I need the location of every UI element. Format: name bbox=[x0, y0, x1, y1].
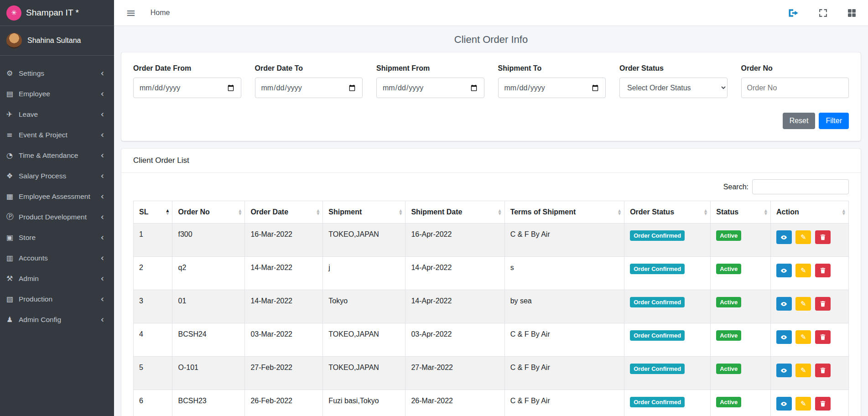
sidebar-item-product-development[interactable]: Ⓟ Product Development ‹ bbox=[0, 207, 114, 227]
column-header-sl[interactable]: SL▲▼ bbox=[134, 201, 172, 224]
view-button[interactable] bbox=[776, 364, 792, 377]
edit-button[interactable]: ✎ bbox=[795, 230, 811, 244]
edit-button[interactable]: ✎ bbox=[795, 330, 811, 344]
trash-icon bbox=[820, 234, 826, 240]
cell-actions: ✎ bbox=[770, 357, 848, 390]
table-row: 4 BCSH24 03-Mar-2022 TOKEO,JAPAN 03-Apr-… bbox=[134, 323, 849, 357]
topbar: ≡ Home bbox=[114, 0, 868, 26]
cell-shipment-date: 16-Apr-2022 bbox=[405, 224, 504, 257]
grid-icon bbox=[847, 9, 856, 17]
sidebar-item-label: Time & Attendance bbox=[19, 151, 100, 160]
cell-sl: 4 bbox=[134, 323, 172, 357]
trash-icon bbox=[820, 301, 826, 307]
brand-logo-icon: ✳ bbox=[6, 5, 21, 21]
filter-button[interactable]: Filter bbox=[819, 113, 849, 129]
sidebar-item-employee[interactable]: ▤ Employee ‹ bbox=[0, 83, 114, 104]
chevron-left-icon: ‹ bbox=[100, 213, 104, 221]
column-header-action[interactable]: Action▲▼ bbox=[770, 201, 848, 224]
sidebar-item-admin[interactable]: ⚒ Admin ‹ bbox=[0, 268, 114, 289]
pencil-icon: ✎ bbox=[800, 301, 806, 307]
edit-button[interactable]: ✎ bbox=[795, 397, 811, 411]
sidebar-toggle-button[interactable]: ≡ bbox=[126, 7, 136, 19]
sidebar-item-leave[interactable]: ✈ Leave ‹ bbox=[0, 104, 114, 125]
edit-button[interactable]: ✎ bbox=[795, 297, 811, 311]
cell-status: Active bbox=[711, 323, 771, 357]
user-panel[interactable]: Shahina Sultana bbox=[0, 26, 114, 56]
column-header-order-date[interactable]: Order Date▲▼ bbox=[245, 201, 323, 224]
delete-button[interactable] bbox=[815, 230, 831, 244]
content: Client Order Info Order Date From Order … bbox=[114, 26, 868, 416]
breadcrumb-home[interactable]: Home bbox=[151, 9, 170, 17]
sidebar-item-employee-assessment[interactable]: ▦ Employee Assessment ‹ bbox=[0, 186, 114, 207]
sort-icon: ▲▼ bbox=[618, 209, 621, 215]
status-badge: Active bbox=[716, 230, 741, 241]
cell-actions: ✎ bbox=[770, 257, 848, 290]
search-input[interactable] bbox=[752, 179, 849, 194]
column-header-shipment[interactable]: Shipment▲▼ bbox=[323, 201, 405, 224]
order-status-select[interactable]: Select Order Status bbox=[619, 78, 728, 98]
chevron-left-icon: ‹ bbox=[100, 172, 104, 180]
cell-order-status: Order Confirmed bbox=[624, 257, 711, 290]
brand-title: Shampan IT * bbox=[26, 8, 79, 18]
cell-actions: ✎ bbox=[770, 390, 848, 416]
delete-button[interactable] bbox=[815, 364, 831, 377]
column-header-terms-of-shipment[interactable]: Terms of Shipment▲▼ bbox=[504, 201, 624, 224]
grid-menu-button[interactable] bbox=[847, 9, 856, 17]
cell-order-status: Order Confirmed bbox=[624, 224, 711, 257]
sidebar-nav: ⚙ Settings ‹ ▤ Employee ‹ ✈ Leave ‹ ≡ Ev… bbox=[0, 56, 114, 330]
sidebar-item-label: Salary Process bbox=[19, 172, 100, 180]
edit-button[interactable]: ✎ bbox=[795, 364, 811, 377]
column-header-order-status[interactable]: Order Status▲▼ bbox=[624, 201, 711, 224]
cell-terms: by sea bbox=[504, 290, 624, 323]
order-date-to-input[interactable] bbox=[255, 78, 363, 98]
cell-sl: 3 bbox=[134, 290, 172, 323]
cell-shipment: j bbox=[323, 257, 405, 290]
table-row: 2 q2 14-Mar-2022 j 14-Apr-2022 s Order C… bbox=[134, 257, 849, 290]
view-button[interactable] bbox=[776, 297, 792, 311]
cell-terms: s bbox=[504, 257, 624, 290]
sidebar-item-event-project[interactable]: ≡ Event & Project ‹ bbox=[0, 125, 114, 145]
view-button[interactable] bbox=[776, 330, 792, 344]
delete-button[interactable] bbox=[815, 330, 831, 344]
column-header-order-no[interactable]: Order No▲▼ bbox=[172, 201, 245, 224]
column-header-status[interactable]: Status▲▼ bbox=[711, 201, 771, 224]
view-button[interactable] bbox=[776, 397, 792, 411]
sidebar-item-salary-process[interactable]: ❖ Salary Process ‹ bbox=[0, 166, 114, 186]
status-badge: Active bbox=[716, 397, 741, 407]
cell-actions: ✎ bbox=[770, 290, 848, 323]
chart-icon: ▧ bbox=[6, 295, 19, 303]
delete-button[interactable] bbox=[815, 397, 831, 411]
cell-shipment-date: 14-Apr-2022 bbox=[405, 290, 504, 323]
cell-order-status: Order Confirmed bbox=[624, 390, 711, 416]
view-button[interactable] bbox=[776, 264, 792, 277]
sidebar-item-time-attendance[interactable]: ◔ Time & Attendance ‹ bbox=[0, 145, 114, 166]
cell-order-status: Order Confirmed bbox=[624, 290, 711, 323]
sidebar-item-settings[interactable]: ⚙ Settings ‹ bbox=[0, 63, 114, 83]
view-button[interactable] bbox=[776, 230, 792, 244]
field-shipment-to: Shipment To bbox=[498, 64, 606, 98]
order-date-from-input[interactable] bbox=[133, 78, 241, 98]
shipment-to-input[interactable] bbox=[498, 78, 606, 98]
order-no-input[interactable] bbox=[741, 78, 849, 98]
id-card-icon: ▤ bbox=[6, 89, 19, 98]
logout-button[interactable] bbox=[788, 9, 799, 17]
cell-order-date: 14-Mar-2022 bbox=[245, 290, 323, 323]
brand-link[interactable]: ✳ Shampan IT * bbox=[0, 0, 114, 26]
delete-button[interactable] bbox=[815, 297, 831, 311]
reset-button[interactable]: Reset bbox=[783, 113, 816, 129]
cell-sl: 2 bbox=[134, 257, 172, 290]
sidebar-item-production[interactable]: ▧ Production ‹ bbox=[0, 289, 114, 309]
edit-button[interactable]: ✎ bbox=[795, 264, 811, 277]
cell-terms: C & F By Air bbox=[504, 357, 624, 390]
fullscreen-button[interactable] bbox=[819, 9, 827, 17]
sidebar-item-accounts[interactable]: ▥ Accounts ‹ bbox=[0, 248, 114, 268]
sidebar-item-admin-config[interactable]: ♟ Admin Config ‹ bbox=[0, 309, 114, 330]
ledger-icon: ▥ bbox=[6, 254, 19, 262]
order-status-badge: Order Confirmed bbox=[630, 364, 685, 374]
column-header-shipment-date[interactable]: Shipment Date▲▼ bbox=[405, 201, 504, 224]
sidebar-item-store[interactable]: ▣ Store ‹ bbox=[0, 227, 114, 248]
shipment-from-input[interactable] bbox=[376, 78, 484, 98]
delete-button[interactable] bbox=[815, 264, 831, 277]
column-label: Status bbox=[716, 208, 738, 216]
filter-fields: Order Date From Order Date To Shipment F… bbox=[133, 64, 849, 98]
